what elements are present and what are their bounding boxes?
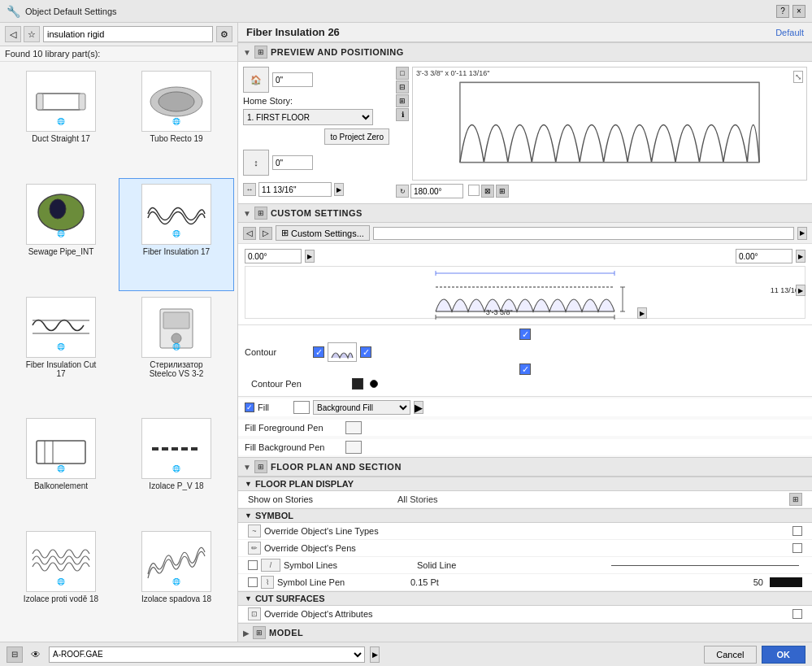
override-line-types-row: ~ Override Object's Line Types — [238, 523, 812, 540]
favorite-button[interactable]: ☆ — [24, 26, 40, 42]
prev-param-button[interactable]: ◁ — [243, 227, 256, 240]
thumb-izolace-water: 🌐 — [26, 531, 96, 592]
list-item[interactable]: 🌐 Izolace spadova 18 — [119, 525, 234, 638]
model-section-icon: ⊞ — [253, 626, 266, 639]
list-item[interactable]: 🌐 Fiber Insulation Cut 17 — [3, 291, 119, 413]
custom-settings-button[interactable]: ⊞ Custom Settings... — [276, 225, 370, 241]
elevation-input[interactable] — [272, 155, 313, 170]
found-label: Found 10 library part(s): — [0, 46, 237, 62]
library-grid: 🌐 Duct Straight 17 🌐 Tubo Recto 19 — [0, 62, 237, 642]
param1-arrow[interactable]: ▶ — [305, 250, 315, 263]
list-item[interactable]: 🌐 Izolace P_V 18 — [119, 412, 234, 525]
pen-color-swatch — [352, 378, 363, 390]
cancel-button[interactable]: Cancel — [704, 646, 756, 664]
fill-fg-color — [345, 421, 362, 434]
fill-checkbox[interactable]: ✓ — [245, 403, 254, 412]
param2-arrow[interactable]: ▶ — [796, 250, 805, 263]
ok-button[interactable]: OK — [762, 646, 806, 664]
contour-checkbox-left[interactable]: ✓ — [313, 346, 324, 358]
contour-checkbox-bottom[interactable]: ✓ — [519, 363, 531, 375]
flip-button[interactable]: ⊞ — [496, 185, 509, 198]
search-input[interactable] — [43, 26, 213, 42]
symbol-lines-checkbox[interactable] — [248, 560, 258, 570]
width-dim-label: 3'-3 3/8" — [486, 308, 513, 316]
contour-checkbox-right[interactable]: ✓ — [360, 346, 371, 358]
home-story-select[interactable]: 1. FIRST FLOOR — [243, 109, 373, 125]
fill-select[interactable]: Background Fill — [313, 400, 410, 415]
search-settings-button[interactable]: ⚙ — [216, 26, 232, 42]
symbol-subheader[interactable]: ▼ SYMBOL — [238, 508, 812, 523]
list-item[interactable]: 🌐 Izolace proti vodě 18 — [3, 525, 119, 638]
svg-point-8 — [50, 199, 66, 219]
back-button[interactable]: ◁ — [5, 26, 21, 42]
list-item[interactable]: 🌐 Стерилизатор Steelco VS 3-2 — [119, 291, 234, 413]
preview-section-content: 🏠 Home Story: 1. FIRST FLOOR to Project … — [238, 62, 812, 203]
help-button[interactable]: ? — [776, 5, 789, 18]
svg-point-5 — [158, 92, 194, 111]
svg-text:🌐: 🌐 — [57, 577, 65, 585]
view-btn-4[interactable]: ℹ — [396, 108, 409, 121]
override-line-types-label: Override Object's Line Types — [264, 526, 394, 536]
checkbox-empty — [468, 185, 480, 196]
section-preview-header[interactable]: ▼ ⊞ PREVIEW AND POSITIONING — [238, 42, 812, 62]
custom-section-title: CUSTOM SETTINGS — [271, 208, 363, 218]
param2-input[interactable] — [736, 249, 792, 263]
svg-text:🌐: 🌐 — [172, 117, 180, 125]
preview-canvas-area: □ ⊟ ⊞ ℹ 3'-3 3/8" x 0'-11 13/16" ⤡ — [396, 67, 807, 198]
list-item[interactable]: 🌐 Sewage Pipe_INT — [3, 178, 119, 291]
override-pens-checkbox[interactable] — [792, 543, 802, 553]
override-attribs-row: ⊡ Override Object's Attributes — [238, 606, 812, 623]
chevron-down-icon-4: ▼ — [245, 480, 252, 488]
override-attribs-checkbox[interactable] — [792, 609, 802, 619]
width-input[interactable] — [258, 182, 332, 197]
symbol-line-pen-checkbox[interactable] — [248, 577, 258, 587]
custom-settings-row: ◁ ▷ ⊞ Custom Settings... ▶ — [238, 223, 812, 244]
width-bottom-arrow[interactable]: ▶ — [637, 307, 647, 319]
section-custom-header[interactable]: ▼ ⊞ CUSTOM SETTINGS — [238, 203, 812, 223]
next-param-button[interactable]: ▷ — [259, 227, 272, 240]
default-button[interactable]: Default — [775, 28, 804, 37]
eye-icon[interactable]: 👁 — [28, 646, 44, 663]
svg-rect-26 — [460, 82, 759, 162]
svg-point-16 — [172, 333, 181, 343]
close-button[interactable]: × — [792, 5, 805, 18]
layer-select[interactable]: A-ROOF.GAE — [49, 646, 365, 663]
view-btn-2[interactable]: ⊟ — [396, 81, 409, 94]
height-input[interactable] — [272, 72, 313, 87]
list-item[interactable]: 🌐 Fiber Insulation 17 — [119, 178, 234, 291]
svg-text:🌐: 🌐 — [57, 342, 65, 350]
floor-display-subheader[interactable]: ▼ FLOOR PLAN DISPLAY — [238, 477, 812, 491]
list-item[interactable]: 🌐 Tubo Recto 19 — [119, 65, 234, 178]
expand-right-button[interactable]: ▶ — [797, 227, 807, 240]
section-model-header[interactable]: ▶ ⊞ MODEL — [238, 623, 812, 642]
fill-arrow-button[interactable]: ▶ — [414, 401, 423, 414]
show-on-stories-value: All Stories — [397, 494, 786, 504]
symbol-line-pen-num: 50 — [739, 577, 763, 587]
symbol-lines-label: Symbol Lines — [284, 560, 414, 570]
cut-surfaces-subheader[interactable]: ▼ CUT SURFACES — [238, 591, 812, 606]
layer-arrow-button[interactable]: ▶ — [370, 646, 380, 663]
elevation-icon: ↕ — [243, 150, 269, 176]
rotation-icon: ↻ — [396, 185, 409, 198]
override-line-checkbox[interactable] — [792, 526, 802, 536]
top-checkbox[interactable]: ✓ — [519, 329, 531, 340]
lib-item-label-2: Sewage Pipe_INT — [28, 247, 94, 256]
param1-input[interactable] — [245, 249, 302, 263]
list-item[interactable]: 🌐 Duct Straight 17 — [3, 65, 119, 178]
width-arrow-button[interactable]: ▶ — [334, 183, 344, 196]
height-arrow-button[interactable]: ▶ — [796, 285, 805, 296]
fill-label: Fill — [258, 403, 290, 412]
to-project-zero-button[interactable]: to Project Zero — [324, 128, 389, 145]
rotation-input[interactable] — [410, 184, 463, 198]
svg-text:🌐: 🌐 — [57, 229, 65, 237]
svg-text:🌐: 🌐 — [57, 464, 65, 472]
mirror-button[interactable]: ⊠ — [481, 185, 494, 198]
canvas-dimension-label: 3'-3 3/8" x 0'-11 13/16" — [416, 69, 489, 77]
floor-section-title: FLOOR PLAN AND SECTION — [271, 462, 402, 472]
view-btn-3[interactable]: ⊞ — [396, 94, 409, 107]
view-btn-1[interactable]: □ — [396, 67, 409, 80]
stories-grid-icon[interactable]: ⊞ — [789, 493, 802, 506]
house-icon: 🏠 — [243, 67, 269, 93]
section-floor-header[interactable]: ▼ ⊞ FLOOR PLAN AND SECTION — [238, 457, 812, 477]
list-item[interactable]: 🌐 Balkonelement — [3, 412, 119, 525]
